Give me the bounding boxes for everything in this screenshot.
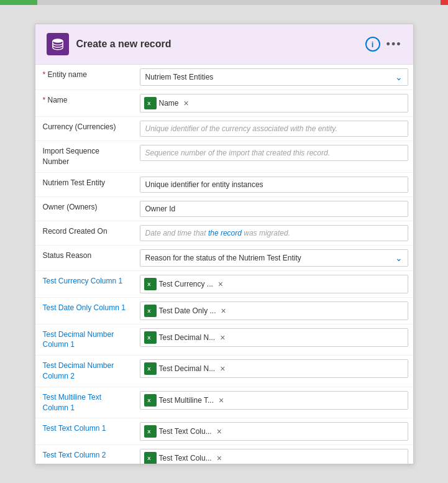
static-owner: Owner Id [140, 201, 408, 217]
value-test-decimal-1: X Test Decimal N...× [135, 324, 413, 351]
svg-text:X: X [147, 308, 151, 314]
dropdown-text-status-reason: Reason for the status of the Nutriem Tes… [145, 254, 395, 262]
tag-field-test-date-only[interactable]: X Test Date Only ...× [140, 301, 408, 320]
tag-field-test-decimal-1[interactable]: X Test Decimal N...× [140, 328, 408, 347]
label-owner: Owner (Owners) [35, 197, 135, 218]
form-row-name: Name X Name× [35, 90, 413, 117]
tag-close-test-decimal-2[interactable]: × [220, 364, 225, 374]
label-status-reason: Status Reason [35, 246, 135, 266]
tag-text-test-date-only: Test Date Only ... [159, 306, 216, 315]
tag-test-currency: X Test Currency ...× [144, 278, 224, 290]
tag-text-test-decimal-1: Test Decimal N... [159, 333, 216, 342]
form-row-test-date-only: Test Date Only Column 1 X Test Date Only… [35, 298, 413, 324]
label-import-seq: Import Sequence Number [35, 141, 135, 172]
card-header: Create a new record i ••• [35, 24, 413, 65]
tag-text-test-decimal-2: Test Decimal N... [159, 364, 216, 373]
card-body: Entity nameNutriem Test Entities⌄Name X … [35, 65, 413, 464]
tag-close-name[interactable]: × [184, 98, 189, 108]
tag-field-test-multiline[interactable]: X Test Multiline T...× [140, 391, 408, 410]
svg-point-0 [52, 39, 63, 42]
tag-text-test-multiline: Test Multiline T... [159, 396, 214, 405]
label-nutriem-entity: Nutriem Test Entity [35, 173, 135, 193]
svg-text:X: X [147, 335, 151, 341]
static-currency: Unique identifier of the currency associ… [140, 121, 408, 137]
tag-close-test-currency[interactable]: × [218, 279, 223, 289]
label-test-decimal-2: Test Decimal Number Column 2 [35, 356, 135, 387]
svg-text:X: X [147, 282, 151, 287]
info-button[interactable]: i [365, 37, 380, 52]
svg-text:X: X [147, 101, 151, 106]
value-owner: Owner Id [135, 197, 413, 221]
tag-test-text-2: X Test Text Colu...× [144, 452, 222, 464]
value-import-seq: Sequence number of the import that creat… [135, 141, 413, 165]
red-indicator [441, 0, 448, 5]
dropdown-arrow-status-reason: ⌄ [395, 253, 403, 263]
tag-test-text-1: X Test Text Colu...× [144, 425, 222, 438]
green-indicator [0, 0, 37, 5]
value-test-currency: X Test Currency ...× [135, 271, 413, 297]
label-test-decimal-1: Test Decimal Number Column 1 [35, 324, 135, 356]
tag-close-test-decimal-1[interactable]: × [220, 333, 225, 343]
form-row-test-text-2: Test Text Column 2 X Test Text Colu...× [35, 445, 413, 464]
value-nutriem-entity: Unique identifier for entity instances [135, 173, 413, 196]
value-test-multiline: X Test Multiline T...× [135, 387, 413, 413]
tag-field-test-currency[interactable]: X Test Currency ...× [140, 275, 408, 293]
tag-field-test-text-2[interactable]: X Test Text Colu...× [140, 449, 408, 464]
excel-icon-test-decimal-2: X [144, 362, 157, 375]
tag-close-test-text-2[interactable]: × [217, 453, 222, 463]
static-import-seq: Sequence number of the import that creat… [140, 145, 408, 161]
value-status-reason: Reason for the status of the Nutriem Tes… [135, 246, 413, 270]
value-test-decimal-2: X Test Decimal N...× [135, 356, 413, 382]
top-bar [0, 0, 448, 5]
tag-close-test-date-only[interactable]: × [221, 306, 226, 316]
value-test-text-1: X Test Text Colu...× [135, 418, 413, 444]
tag-field-test-decimal-2[interactable]: X Test Decimal N...× [140, 359, 408, 378]
label-test-text-1: Test Text Column 1 [35, 418, 135, 439]
static-record-created: Date and time that the record was migrat… [140, 225, 408, 241]
form-row-test-text-1: Test Text Column 1 X Test Text Colu...× [35, 418, 413, 445]
tag-field-name[interactable]: X Name× [140, 94, 408, 113]
tag-text-test-currency: Test Currency ... [159, 280, 213, 288]
form-row-test-multiline: Test Multiline Text Column 1 X Test Mult… [35, 387, 413, 419]
tag-field-test-text-1[interactable]: X Test Text Colu...× [140, 422, 408, 441]
tag-text-name: Name [159, 99, 179, 108]
more-options-button[interactable]: ••• [386, 38, 402, 51]
label-test-date-only: Test Date Only Column 1 [35, 298, 135, 318]
excel-icon-test-date-only: X [144, 305, 157, 317]
tag-test-multiline: X Test Multiline T...× [144, 394, 224, 407]
label-test-currency: Test Currency Column 1 [35, 271, 135, 292]
label-entity-name: Entity name [35, 65, 135, 85]
tag-test-date-only: X Test Date Only ...× [144, 305, 226, 317]
label-record-created: Record Created On [35, 221, 135, 242]
excel-icon-test-currency: X [144, 278, 157, 290]
label-test-multiline: Test Multiline Text Column 1 [35, 387, 135, 418]
value-test-text-2: X Test Text Colu...× [135, 445, 413, 464]
label-currency: Currency (Currencies) [35, 117, 135, 137]
value-currency: Unique identifier of the currency associ… [135, 117, 413, 140]
excel-icon-test-decimal-1: X [144, 331, 157, 344]
static-nutriem-entity: Unique identifier for entity instances [140, 177, 408, 193]
dropdown-arrow-entity-name: ⌄ [395, 72, 403, 82]
svg-text:X: X [147, 456, 151, 461]
value-test-date-only: X Test Date Only ...× [135, 298, 413, 324]
svg-text:X: X [147, 366, 151, 372]
value-entity-name: Nutriem Test Entities⌄ [135, 65, 413, 90]
card-title: Create a new record [76, 39, 365, 50]
dropdown-entity-name[interactable]: Nutriem Test Entities⌄ [140, 68, 408, 86]
form-row-test-currency: Test Currency Column 1 X Test Currency .… [35, 271, 413, 298]
value-record-created: Date and time that the record was migrat… [135, 221, 413, 245]
tag-test-decimal-2: X Test Decimal N...× [144, 362, 226, 375]
form-row-currency: Currency (Currencies)Unique identifier o… [35, 117, 413, 141]
excel-icon-test-text-1: X [144, 425, 157, 438]
header-actions: i ••• [365, 37, 402, 52]
page-container: Create a new record i ••• Entity nameNut… [0, 5, 448, 483]
form-row-import-seq: Import Sequence NumberSequence number of… [35, 141, 413, 173]
label-name: Name [35, 90, 135, 111]
tag-close-test-text-1[interactable]: × [217, 426, 222, 436]
form-row-record-created: Record Created OnDate and time that the … [35, 221, 413, 246]
excel-icon-test-text-2: X [144, 452, 157, 464]
tag-close-test-multiline[interactable]: × [219, 395, 224, 405]
label-test-text-2: Test Text Column 2 [35, 445, 135, 464]
dropdown-status-reason[interactable]: Reason for the status of the Nutriem Tes… [140, 249, 408, 267]
form-row-owner: Owner (Owners)Owner Id [35, 197, 413, 221]
